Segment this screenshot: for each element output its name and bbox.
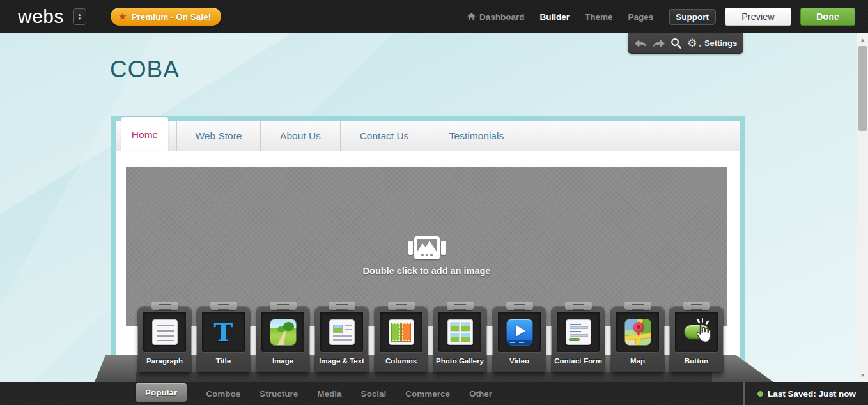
drawer-handle-icon: [624, 302, 651, 310]
premium-sale-button[interactable]: ★ Premium - On Sale!: [111, 8, 221, 26]
drawer-label: Contact Form: [548, 357, 608, 365]
top-header-bar: webs ▲ ▼ ★ Premium - On Sale! Dashboard …: [0, 0, 868, 33]
drawer-label: Button: [666, 357, 727, 365]
nav-dashboard[interactable]: Dashboard: [467, 12, 525, 22]
drawer-label: Map: [607, 357, 668, 365]
category-popular[interactable]: Popular: [136, 383, 187, 402]
drawer-handle-icon: [683, 302, 710, 310]
module-drawer-paragraph[interactable]: Paragraph: [138, 302, 191, 372]
nav-support[interactable]: Support: [669, 9, 716, 25]
zoom-button[interactable]: [670, 38, 681, 49]
drawer-well: [438, 312, 481, 352]
site-switcher-button[interactable]: ▲ ▼: [73, 8, 86, 25]
columns-icon: [389, 319, 414, 345]
category-social[interactable]: Social: [361, 389, 387, 399]
category-media[interactable]: Media: [317, 389, 341, 399]
module-drawer-photo-gallery[interactable]: Photo Gallery: [433, 302, 486, 372]
redo-button[interactable]: [653, 38, 665, 48]
scrollbar-thumb[interactable]: [858, 46, 867, 131]
chevron-down-icon: ▼: [78, 17, 82, 20]
drawer-label: Video: [489, 357, 550, 365]
editor-toolbar: ⚙ ▾ Settings: [628, 33, 743, 54]
image-placeholder-icon-dots: [417, 254, 437, 256]
nav-dashboard-label: Dashboard: [479, 12, 525, 22]
tab-home[interactable]: Home: [121, 117, 168, 151]
placeholder-text: Double click to add an image: [363, 266, 491, 276]
category-combos[interactable]: Combos: [206, 389, 240, 399]
contact-form-icon: [566, 319, 591, 345]
tab-contact-us[interactable]: Contact Us: [341, 121, 428, 151]
drawer-handle-icon: [506, 302, 533, 310]
drawer-label: Image & Text: [311, 357, 372, 365]
paragraph-icon: [152, 319, 178, 345]
module-drawer-contact-form[interactable]: Contact Form: [552, 302, 605, 372]
nav-theme[interactable]: Theme: [585, 12, 613, 22]
drawer-handle-icon: [210, 302, 237, 310]
module-drawer-columns[interactable]: Columns: [375, 302, 428, 372]
image-icon: [270, 319, 297, 346]
module-drawer-video[interactable]: Video: [493, 302, 546, 372]
drawer-handle-icon: [151, 302, 178, 310]
done-button[interactable]: Done: [800, 8, 855, 26]
tab-testimonials[interactable]: Testimonials: [428, 121, 525, 151]
undo-button[interactable]: [634, 38, 647, 48]
image-placeholder-icon: [408, 236, 446, 259]
drawer-well: T: [202, 312, 245, 352]
settings-button[interactable]: ⚙ ▾ Settings: [687, 38, 737, 49]
module-drawer-button[interactable]: Button: [670, 302, 723, 372]
drawer-label: Columns: [371, 357, 431, 365]
drawer-well: [143, 312, 186, 352]
settings-label: Settings: [704, 38, 737, 48]
image-placeholder-icon-body: [414, 236, 440, 259]
drawer-label: Title: [193, 357, 254, 365]
drawer-well: [380, 312, 422, 352]
header-nav: Dashboard Builder Theme Pages Support: [467, 0, 716, 33]
category-commerce[interactable]: Commerce: [405, 389, 450, 399]
search-icon: [670, 38, 681, 49]
module-drawer-map[interactable]: Map: [611, 302, 664, 372]
tab-web-store[interactable]: Web Store: [176, 121, 261, 151]
site-tab-bar: Home Web Store About Us Contact Us Testi…: [116, 121, 740, 151]
last-saved-label: Last Saved: Just now: [768, 389, 856, 399]
scroll-up-arrow-icon[interactable]: ▲: [857, 35, 868, 45]
caret-down-icon: ▾: [699, 43, 701, 49]
nav-pages[interactable]: Pages: [628, 12, 653, 22]
undo-icon: [634, 38, 647, 48]
category-other[interactable]: Other: [469, 389, 492, 399]
module-drawer-image[interactable]: Image: [256, 302, 309, 372]
drawer-handle-icon: [329, 302, 355, 310]
image-placeholder-icon-screen: [417, 239, 437, 252]
webs-builder-app: COBA Home Web Store About Us Contact Us …: [0, 0, 868, 405]
drawer-handle-icon: [388, 302, 415, 310]
site-title[interactable]: COBA: [110, 56, 180, 83]
category-structure[interactable]: Structure: [260, 389, 298, 399]
drawer-well: [498, 312, 541, 352]
photo-gallery-icon: [447, 319, 473, 345]
image-text-icon: [329, 319, 355, 345]
scroll-down-arrow-icon[interactable]: ▼: [857, 371, 868, 380]
drawer-label: Image: [252, 357, 313, 365]
map-icon: [624, 319, 651, 346]
tab-bar-filler: [525, 121, 740, 151]
drawer-label: Photo Gallery: [430, 357, 490, 365]
tab-about-us[interactable]: About Us: [261, 121, 341, 151]
module-drawer-image-text[interactable]: Image & Text: [315, 302, 368, 372]
drawer-well: [557, 312, 600, 352]
gear-icon: ⚙: [687, 38, 697, 49]
module-drawer-title[interactable]: T Title: [197, 302, 250, 372]
button-icon: [683, 319, 710, 346]
last-saved-status: Last Saved: Just now: [745, 382, 868, 405]
drawer-well: [616, 312, 659, 352]
webs-logo[interactable]: webs: [18, 6, 64, 27]
drawer-handle-icon: [447, 302, 474, 310]
premium-sale-label: Premium - On Sale!: [132, 12, 212, 22]
vertical-scrollbar[interactable]: ▲ ▼: [857, 33, 868, 382]
drawer-handle-icon: [565, 302, 592, 310]
nav-builder[interactable]: Builder: [539, 12, 570, 22]
preview-button[interactable]: Preview: [725, 8, 791, 26]
tray-category-bar: Popular Combos Structure Media Social Co…: [0, 382, 868, 405]
category-tabs: Popular Combos Structure Media Social Co…: [136, 382, 492, 405]
title-icon: T: [214, 319, 233, 345]
redo-icon: [653, 38, 665, 48]
star-icon: ★: [118, 11, 127, 22]
